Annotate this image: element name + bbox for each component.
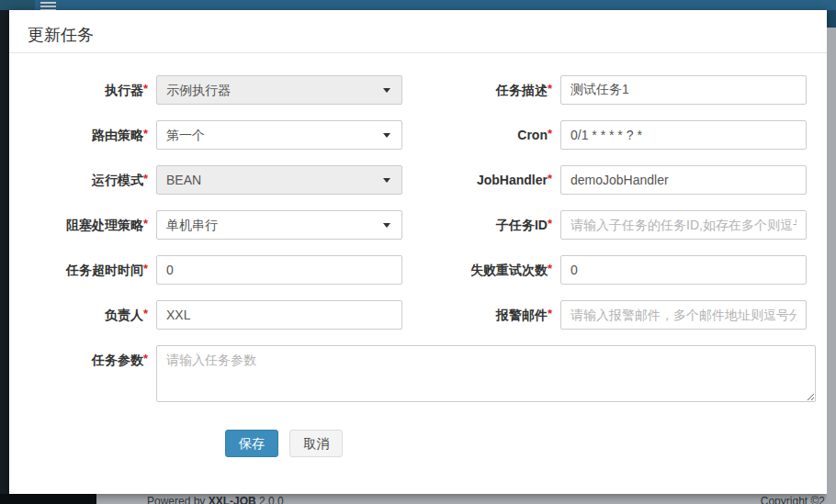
job-handler-label: JobHandler* bbox=[402, 165, 560, 195]
job-desc-input[interactable] bbox=[560, 75, 807, 105]
form-row: 路由策略* 第一个 Cron* bbox=[9, 120, 816, 150]
executor-label: 执行器* bbox=[9, 75, 156, 105]
page-footer: Powered by XXL-JOB 2.0.0 Copyright ©2 bbox=[0, 494, 836, 504]
footer-text: Powered by XXL-JOB 2.0.0 Copyright ©2 bbox=[96, 494, 836, 504]
form-row: 阻塞处理策略* 单机串行 子任务ID* bbox=[9, 210, 816, 240]
alarm-email-input[interactable] bbox=[560, 300, 807, 330]
fail-retry-label: 失败重试次数* bbox=[402, 255, 560, 285]
job-param-label: 任务参数* bbox=[9, 345, 156, 406]
route-strategy-label: 路由策略* bbox=[9, 120, 156, 150]
job-param-textarea[interactable] bbox=[156, 345, 816, 402]
executor-select[interactable]: 示例执行器 bbox=[156, 75, 402, 105]
author-input[interactable] bbox=[156, 300, 402, 330]
alarm-email-label: 报警邮件* bbox=[402, 300, 560, 330]
author-label: 负责人* bbox=[9, 300, 156, 330]
executor-select-value: 示例执行器 bbox=[166, 83, 231, 97]
modal-body: 执行器* 示例执行器 任务描述* 路由策略* 第一个 Cron* bbox=[9, 53, 827, 457]
copyright-label: Copyright ©2 bbox=[761, 495, 825, 504]
sidebar-edge bbox=[0, 10, 9, 494]
required-mark: * bbox=[143, 262, 148, 275]
required-mark: * bbox=[548, 307, 552, 320]
modal-footer-buttons: 保存 取消 bbox=[9, 430, 816, 457]
route-strategy-select[interactable]: 第一个 bbox=[156, 120, 402, 150]
required-mark: * bbox=[143, 172, 148, 185]
block-strategy-select[interactable]: 单机串行 bbox=[156, 210, 402, 240]
modal-title: 更新任务 bbox=[28, 25, 808, 45]
child-jobid-input[interactable] bbox=[560, 210, 807, 240]
required-mark: * bbox=[548, 127, 552, 140]
timeout-input[interactable] bbox=[156, 255, 402, 285]
job-desc-label: 任务描述* bbox=[402, 75, 560, 105]
chevron-down-icon bbox=[383, 88, 390, 93]
timeout-label: 任务超时时间* bbox=[9, 255, 156, 285]
required-mark: * bbox=[548, 217, 552, 230]
form-row: 执行器* 示例执行器 任务描述* bbox=[9, 75, 816, 105]
cancel-button[interactable]: 取消 bbox=[289, 430, 343, 457]
required-mark: * bbox=[143, 307, 148, 320]
top-navbar bbox=[0, 0, 836, 10]
cron-label: Cron* bbox=[402, 120, 560, 150]
chevron-down-icon bbox=[383, 133, 390, 138]
fail-retry-input[interactable] bbox=[560, 255, 807, 285]
required-mark: * bbox=[548, 82, 552, 95]
form-row: 负责人* 报警邮件* bbox=[9, 300, 816, 330]
navbar-logo-segment bbox=[0, 0, 35, 10]
required-mark: * bbox=[143, 127, 148, 140]
required-mark: * bbox=[143, 352, 148, 365]
form-row: 任务参数* bbox=[9, 345, 816, 406]
form-row: 运行模式* BEAN JobHandler* bbox=[9, 165, 816, 195]
sidebar-footer-corner bbox=[0, 494, 96, 504]
version-label: 2.0.0 bbox=[259, 495, 284, 504]
vertical-scrollbar[interactable] bbox=[827, 28, 836, 504]
required-mark: * bbox=[548, 172, 552, 185]
required-mark: * bbox=[143, 82, 148, 95]
save-button[interactable]: 保存 bbox=[225, 430, 278, 457]
glue-type-label: 运行模式* bbox=[9, 165, 156, 195]
glue-type-select-value: BEAN bbox=[166, 173, 201, 187]
block-strategy-select-value: 单机串行 bbox=[166, 218, 218, 232]
glue-type-select[interactable]: BEAN bbox=[156, 165, 402, 195]
child-jobid-label: 子任务ID* bbox=[402, 210, 560, 240]
form-row: 任务超时时间* 失败重试次数* bbox=[9, 255, 816, 285]
block-strategy-label: 阻塞处理策略* bbox=[9, 210, 156, 240]
required-mark: * bbox=[548, 262, 552, 275]
chevron-down-icon bbox=[383, 178, 390, 183]
cron-input[interactable] bbox=[560, 120, 807, 150]
brand-label: XXL-JOB bbox=[209, 495, 256, 504]
update-job-modal: 更新任务 执行器* 示例执行器 任务描述* 路由策略* 第一个 bbox=[9, 10, 827, 494]
required-mark: * bbox=[143, 217, 148, 230]
route-strategy-select-value: 第一个 bbox=[166, 128, 205, 142]
page-edge bbox=[827, 10, 836, 28]
chevron-down-icon bbox=[383, 223, 390, 228]
modal-header: 更新任务 bbox=[9, 10, 827, 53]
powered-by-label: Powered by bbox=[147, 495, 205, 504]
job-handler-input[interactable] bbox=[560, 165, 807, 195]
